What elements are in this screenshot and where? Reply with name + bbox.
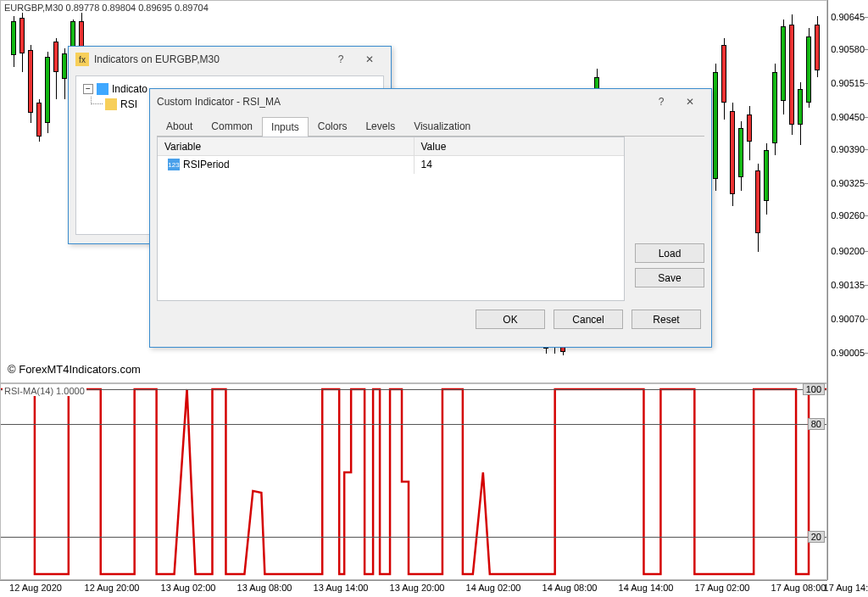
indicator-level-label: 80 (808, 418, 825, 430)
time-tick: 14 Aug 08:00 (542, 583, 598, 593)
tab-inputs[interactable]: Inputs (262, 117, 309, 137)
indicator-level-label: 20 (808, 531, 825, 543)
time-tick: 17 Aug 14:00 (824, 583, 868, 593)
var-name: RSIPeriod (183, 159, 230, 170)
time-tick: 13 Aug 14:00 (314, 583, 369, 593)
indicator-pane[interactable]: 1008020 RSI-MA(14) 1.0000 (0, 383, 827, 580)
time-tick: 13 Aug 20:00 (390, 583, 445, 593)
tab-levels[interactable]: Levels (356, 116, 404, 136)
price-axis: 0.906450.905800.905150.904500.903900.903… (827, 0, 868, 383)
indicator-label: RSI-MA(14) 1.0000 (3, 386, 86, 396)
price-tick: 0.90515 (831, 78, 865, 88)
rsi-ma-line (1, 384, 826, 579)
indicator-icon (105, 98, 117, 110)
tab-colors[interactable]: Colors (309, 116, 357, 136)
time-tick: 14 Aug 14:00 (619, 583, 674, 593)
price-tick: 0.90580 (831, 44, 865, 54)
ok-button[interactable]: OK (476, 310, 545, 329)
inputs-grid[interactable]: Variable Value 123RSIPeriod14 (157, 137, 625, 301)
load-button[interactable]: Load (635, 243, 704, 263)
close-button[interactable]: ✕ (676, 92, 704, 111)
custom-indicator-titlebar[interactable]: Custom Indicator - RSI_MA ? ✕ (150, 89, 711, 114)
price-tick: 0.90390 (831, 144, 865, 154)
price-tick: 0.90645 (831, 12, 865, 22)
custom-indicator-dialog[interactable]: Custom Indicator - RSI_MA ? ✕ AboutCommo… (149, 88, 712, 348)
chart-watermark: © ForexMT4Indicators.com (8, 363, 141, 376)
indicator-axis (827, 383, 868, 580)
time-tick: 12 Aug 20:00 (85, 583, 140, 593)
time-tick: 13 Aug 08:00 (237, 583, 292, 593)
indicator-level: 80 (1, 424, 826, 425)
indicators-dialog-title: Indicators on EURGBP,M30 (94, 53, 220, 65)
price-tick: 0.90450 (831, 112, 865, 122)
inputs-grid-header: Variable Value (158, 137, 624, 156)
price-tick: 0.90260 (831, 210, 865, 220)
indicator-level: 100 (1, 389, 826, 390)
tab-strip: AboutCommonInputsColorsLevelsVisualizati… (157, 116, 704, 137)
inputs-grid-row[interactable]: 123RSIPeriod14 (158, 156, 624, 173)
collapse-icon[interactable]: − (83, 84, 93, 94)
indicators-dialog-titlebar[interactable]: fx Indicators on EURGBP,M30 ? ✕ (69, 47, 391, 72)
time-tick: 17 Aug 08:00 (771, 583, 826, 593)
col-value: Value (415, 137, 625, 155)
help-button[interactable]: ? (326, 50, 355, 69)
price-tick: 0.90135 (831, 280, 865, 290)
save-button[interactable]: Save (635, 268, 704, 287)
tab-about[interactable]: About (157, 116, 202, 136)
indicator-level-label: 100 (803, 383, 825, 395)
price-tick: 0.90005 (831, 348, 865, 358)
price-tick: 0.90325 (831, 178, 865, 188)
time-tick: 14 Aug 02:00 (466, 583, 521, 593)
tree-item-label: RSI (120, 98, 137, 110)
tab-visualization[interactable]: Visualization (404, 116, 480, 136)
close-button[interactable]: ✕ (355, 50, 384, 69)
cancel-button[interactable]: Cancel (554, 310, 623, 329)
reset-button[interactable]: Reset (632, 310, 701, 329)
col-variable: Variable (158, 137, 415, 155)
indicator-level: 20 (1, 537, 826, 538)
time-tick: 12 Aug 2020 (9, 583, 62, 593)
custom-indicator-title: Custom Indicator - RSI_MA (157, 96, 281, 108)
time-tick: 17 Aug 02:00 (695, 583, 750, 593)
price-tick: 0.90070 (831, 314, 865, 324)
int-icon: 123 (168, 159, 180, 170)
tab-common[interactable]: Common (202, 116, 262, 136)
tree-root-label: Indicato (112, 83, 147, 95)
time-axis: 12 Aug 202012 Aug 20:0013 Aug 02:0013 Au… (0, 580, 827, 597)
help-button[interactable]: ? (647, 92, 676, 111)
time-tick: 13 Aug 02:00 (161, 583, 216, 593)
var-value[interactable]: 14 (415, 155, 625, 174)
indicators-dialog-icon: fx (75, 53, 89, 66)
price-tick: 0.90200 (831, 246, 865, 256)
chart-icon (97, 83, 108, 95)
